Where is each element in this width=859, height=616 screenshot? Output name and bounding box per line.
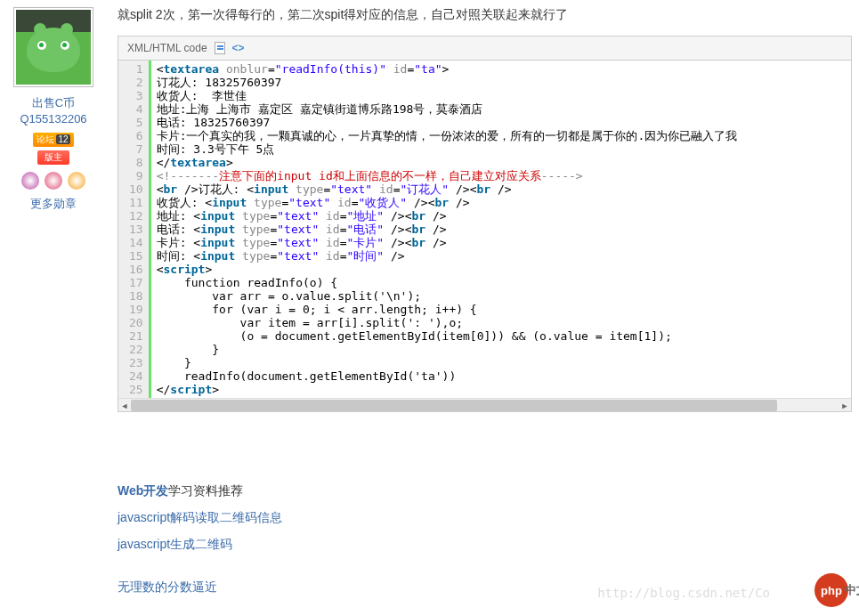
code-line: </script>: [157, 383, 738, 396]
code-body: 1234567891011121314151617181920212223242…: [118, 61, 851, 398]
avatar[interactable]: [13, 7, 93, 87]
medal-icon: [68, 172, 85, 190]
code-line: var item = arr[i].split(': '),o;: [157, 316, 738, 329]
code-line: 地址:上海 上海市 嘉定区 嘉定镇街道博乐路198号，莫泰酒店: [157, 102, 738, 116]
code-line: 收货人: <input type="text" id="收货人" /><br /…: [157, 196, 738, 209]
recommend-link-2[interactable]: javascript生成二维码: [118, 537, 852, 553]
code-line: </textarea>: [157, 156, 738, 169]
logo-text: 中文网: [845, 582, 859, 598]
recommend-section: Web开发学习资料推荐 javascript解码读取二维码信息 javascri…: [118, 483, 852, 553]
intro-text: 就split 2次，第一次得每行的，第二次spit得对应的信息，自己对照关联起来…: [118, 7, 852, 23]
code-line: for (var i = 0; i < arr.length; i++) {: [157, 303, 738, 316]
forum-badge: 论坛12: [33, 133, 73, 147]
user-sidebar: 出售C币Q155132206 论坛12 版主 更多勋章: [0, 0, 100, 603]
code-line: var arr = o.value.split('\n');: [157, 289, 738, 303]
line-numbers: 1234567891011121314151617181920212223242…: [118, 61, 151, 398]
code-line: 时间: <input type="text" id="时间" />: [157, 249, 738, 263]
copy-icon[interactable]: [215, 42, 225, 54]
owner-badge: 版主: [37, 150, 69, 165]
code-line: }: [157, 343, 738, 356]
recommend-link-1[interactable]: javascript解码读取二维码信息: [118, 510, 852, 526]
scrollbar-thumb[interactable]: [131, 400, 777, 411]
code-line: <br />订花人: <input type="text" id="订花人" /…: [157, 182, 738, 196]
code-line: 订花人: 18325760397: [157, 76, 738, 89]
scroll-left-icon[interactable]: ◄: [118, 399, 131, 412]
code-line: 电话: <input type="text" id="电话" /><br />: [157, 223, 738, 236]
footer-link-1[interactable]: 无理数的分数逼近: [118, 580, 217, 594]
medal-icon: [45, 172, 62, 190]
code-language-label: XML/HTML code: [127, 42, 207, 54]
view-source-icon[interactable]: <>: [232, 42, 243, 54]
code-line: 地址: <input type="text" id="地址" /><br />: [157, 209, 738, 223]
code-line: 收货人: 李世佳: [157, 89, 738, 102]
more-medals-link[interactable]: 更多勋章: [7, 196, 100, 212]
code-line: <textarea onblur="readInfo(this)" id="ta…: [157, 62, 738, 76]
code-panel: XML/HTML code <> 12345678910111213141516…: [118, 36, 852, 412]
watermark-text: http://blog.csdn.net/Co: [597, 586, 770, 600]
code-line: 电话: 18325760397: [157, 116, 738, 129]
medal-icon: [21, 172, 39, 190]
code-line: 卡片:一个真实的我，一颗真诚的心，一片真挚的情，一份浓浓的爱，所有的一切都是属于…: [157, 129, 738, 142]
scroll-right-icon[interactable]: ►: [839, 399, 851, 412]
code-line: }: [157, 356, 738, 369]
code-line: readInfo(document.getElementById('ta')): [157, 369, 738, 383]
main-content: 就split 2次，第一次得每行的，第二次spit得对应的信息，自己对照关联起来…: [100, 0, 859, 603]
username-link[interactable]: 出售C币Q155132206: [7, 95, 100, 127]
code-line: <!-------注意下面的input id和上面信息的不一样，自己建立对应关系…: [157, 169, 738, 182]
recommend-title: Web开发学习资料推荐: [118, 483, 852, 499]
code-header: XML/HTML code <>: [118, 36, 851, 61]
logo-circle: php: [814, 573, 848, 607]
code-lines[interactable]: <textarea onblur="readInfo(this)" id="ta…: [151, 61, 743, 398]
site-logo: php 中文网: [814, 573, 848, 607]
code-line: function readInfo(o) {: [157, 276, 738, 289]
code-line: <script>: [157, 263, 738, 276]
medals-row: [7, 172, 100, 192]
recommend-title-link[interactable]: Web开发: [118, 483, 168, 498]
code-line: 卡片: <input type="text" id="卡片" /><br />: [157, 236, 738, 249]
code-line: 时间: 3.3号下午 5点: [157, 142, 738, 156]
horizontal-scrollbar[interactable]: ◄ ►: [118, 398, 851, 411]
code-line: (o = document.getElementById(item[0])) &…: [157, 329, 738, 343]
